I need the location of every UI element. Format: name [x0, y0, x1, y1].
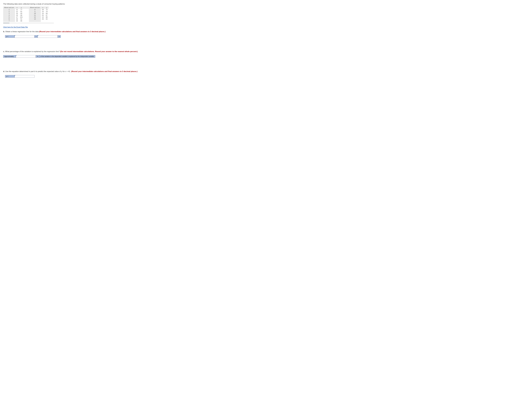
variation-explanation-text: of the variation in the dependent variab…: [39, 55, 95, 58]
y-cell: 70: [45, 11, 49, 12]
x-cell: 47: [15, 16, 19, 18]
y-cell: 75: [45, 9, 49, 11]
obs-cell: 9: [29, 11, 41, 12]
slope-input-wrapper[interactable]: [38, 35, 58, 38]
col-header-y-right: y: [45, 7, 49, 9]
approximately-label: Approximately: [3, 55, 16, 58]
obs-cell: 10: [29, 12, 41, 14]
obs-cell: [29, 20, 41, 22]
percent-sign-label: %: [36, 55, 39, 58]
x-cell: 19: [41, 16, 45, 18]
y-cell: 101: [19, 16, 24, 18]
col-header-y-left: y: [19, 7, 24, 9]
part-b-question: b. Obtain a linear regression line for t…: [3, 31, 525, 33]
y-cell: 86: [19, 20, 24, 22]
x-cell: 18: [41, 12, 45, 14]
y-cell: 80: [19, 14, 24, 16]
x-cell: 19: [41, 11, 45, 12]
x-cell: [41, 20, 45, 22]
part-c-instruction: (Do not round intermediate calculations.…: [60, 50, 138, 53]
part-c-answer-row: Approximately % of the variation in the …: [3, 55, 525, 58]
part-b-answer-row: y = + x: [3, 35, 525, 38]
part-c-question: c. What percentage of the variation is e…: [3, 50, 525, 53]
scrollbar-thumb[interactable]: [3, 23, 10, 23]
percent-input-wrapper[interactable]: [16, 55, 36, 58]
table-row: 2228191970: [3, 11, 49, 12]
x-cell: 35: [15, 12, 19, 14]
y-equals-label-d: y =: [5, 75, 15, 78]
intro-text: The following data were collected during…: [3, 3, 525, 5]
percent-input[interactable]: [16, 55, 36, 57]
input-marker-icon: [15, 75, 15, 76]
y-cell: 81: [19, 11, 24, 12]
input-marker-icon: [38, 35, 38, 36]
x-cell: 46: [15, 18, 19, 20]
col-header-obs-left: Observation: [3, 7, 15, 9]
y-cell: [45, 20, 49, 22]
excel-data-file-link[interactable]: Click here for the Excel Data File: [3, 26, 28, 28]
x-cell: 33: [15, 20, 19, 22]
part-d-question: d. Use the equation determined in part b…: [3, 70, 525, 73]
obs-cell: 2: [3, 11, 15, 12]
x-label: x: [58, 35, 61, 38]
part-d-instruction: (Round your intermediate calculations an…: [71, 70, 137, 72]
obs-cell: 13: [29, 18, 41, 20]
slope-input[interactable]: [38, 35, 58, 38]
col-header-x-right: x: [41, 7, 45, 9]
table-row: 547101121988: [3, 16, 49, 18]
obs-cell: 4: [3, 14, 15, 16]
obs-cell: 8: [29, 9, 41, 11]
intercept-input-wrapper[interactable]: [15, 35, 35, 38]
table-row: 73386: [3, 20, 49, 22]
part-b-instruction: (Round your intermediate calculations an…: [39, 31, 106, 33]
obs-cell: 1: [3, 9, 15, 11]
plus-label: +: [35, 35, 38, 38]
table-row: 64691132893: [3, 18, 49, 20]
table-scrollbar[interactable]: [3, 23, 54, 23]
x-cell: 28: [15, 14, 19, 16]
obs-cell: 3: [3, 12, 15, 14]
col-header-obs-right: Observation: [29, 7, 41, 9]
intercept-input[interactable]: [15, 35, 35, 38]
y-cell: 68: [45, 12, 49, 14]
table-row: 1117782075: [3, 9, 49, 11]
table-row: 33589101868: [3, 12, 49, 14]
col-header-x-left: x: [15, 7, 19, 9]
input-marker-icon: [15, 35, 15, 36]
x-cell: 26: [41, 14, 45, 16]
x-cell: 11: [15, 9, 19, 11]
x-cell: 28: [41, 18, 45, 20]
y-cell: 77: [19, 9, 24, 11]
table-row: 42880112687: [3, 14, 49, 16]
obs-cell: 7: [3, 20, 15, 22]
obs-cell: 5: [3, 16, 15, 18]
y-cell: 87: [45, 14, 49, 16]
predicted-y-input-wrapper[interactable]: [15, 75, 35, 78]
part-c-label: c.: [3, 50, 5, 53]
x-cell: 20: [41, 9, 45, 11]
y-cell: 91: [19, 18, 24, 20]
obs-cell: 6: [3, 18, 15, 20]
part-d-label: d.: [3, 70, 5, 72]
x-cell: 22: [15, 11, 19, 12]
obs-cell: 11: [29, 14, 41, 16]
y-cell: 88: [45, 16, 49, 18]
y-equals-label: y =: [5, 35, 15, 38]
obs-cell: 12: [29, 16, 41, 18]
input-marker-icon: [16, 55, 17, 56]
part-b-label: b.: [3, 31, 5, 33]
observation-table: Observation x y Observation x y 11177820…: [3, 7, 49, 22]
y-cell: 93: [45, 18, 49, 20]
part-d-answer-row: y =: [3, 75, 525, 78]
y-cell: 89: [19, 12, 24, 14]
predicted-y-input[interactable]: [15, 75, 35, 78]
